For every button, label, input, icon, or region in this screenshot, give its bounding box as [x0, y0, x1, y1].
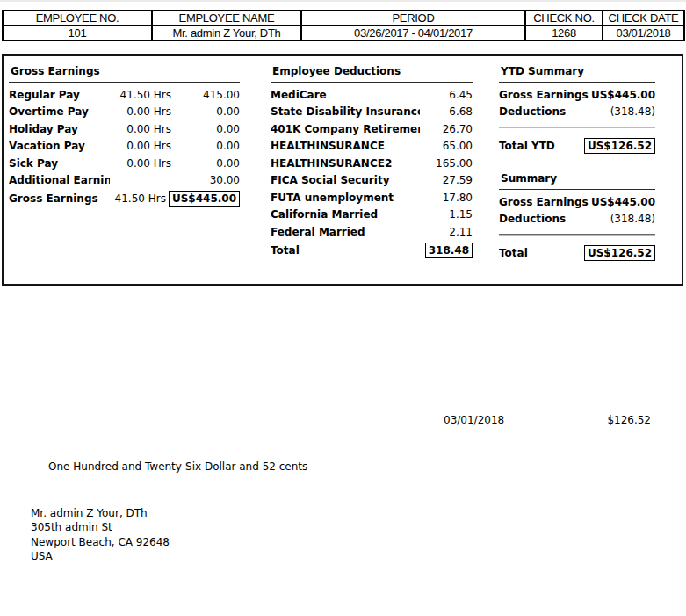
check-amount: $126.52 — [571, 414, 651, 426]
summary-deductions-row: Deductions (318.48) — [499, 210, 655, 227]
deduction-amount: 26.70 — [420, 123, 473, 135]
summary-gross-label: Gross Earnings — [499, 196, 589, 208]
section-spacer — [499, 156, 655, 170]
gross-earnings-total-row: Gross Earnings 41.50 Hrs US$445.00 — [9, 189, 240, 208]
earnings-row: Sick Pay 0.00 Hrs 0.00 — [9, 155, 240, 172]
earnings-hours: 0.00 Hrs — [110, 140, 171, 152]
employee-deductions-title: Employee Deductions — [271, 63, 473, 83]
deduction-row: Federal Married 2.11 — [271, 223, 473, 241]
ytd-gross-label: Gross Earnings — [499, 89, 589, 101]
earnings-amount: 30.00 — [171, 174, 240, 186]
earnings-hours: 0.00 Hrs — [110, 123, 171, 135]
payee-street: 305th admin St — [31, 520, 170, 534]
deduction-label: MediCare — [271, 89, 420, 101]
ytd-deductions-value: (318.48) — [610, 105, 655, 118]
ytd-total-row: Total YTD US$126.52 — [499, 136, 655, 156]
employee-no-header: EMPLOYEE NO. — [3, 11, 152, 25]
deduction-amount: 165.00 — [420, 157, 473, 170]
deduction-label: State Disability Insurance — [271, 105, 420, 118]
earnings-label: Holiday Pay — [9, 123, 110, 135]
ytd-deductions-label: Deductions — [499, 105, 566, 118]
summary-title: Summary — [499, 170, 655, 190]
deduction-row: HEALTHINSURANCE2 165.00 — [271, 155, 473, 172]
deduction-amount: 1.15 — [420, 208, 473, 221]
deduction-row: HEALTHINSURANCE 65.00 — [271, 138, 473, 156]
ytd-separator-line — [499, 127, 655, 128]
earnings-label: Regular Pay — [9, 89, 110, 101]
earnings-label: Additional Earnings — [9, 174, 110, 186]
earnings-amount: 0.00 — [171, 105, 240, 118]
employee-no-value: 101 — [3, 25, 152, 40]
summary-total-row: Total US$126.52 — [499, 243, 655, 263]
deduction-label: California Married — [271, 208, 420, 221]
employee-header-row: EMPLOYEE NO. EMPLOYEE NAME PERIOD CHECK … — [3, 11, 684, 25]
earnings-row: Overtime Pay 0.00 Hrs 0.00 — [9, 104, 240, 121]
payee-name: Mr. admin Z Your, DTh — [31, 506, 170, 520]
period-value: 03/26/2017 - 04/01/2017 — [301, 25, 525, 40]
deduction-row: State Disability Insurance 6.68 — [271, 104, 473, 121]
earnings-row: Holiday Pay 0.00 Hrs 0.00 — [9, 120, 240, 138]
summary-total-label: Total — [499, 247, 528, 259]
summary-total-value: US$126.52 — [584, 245, 655, 261]
ytd-summary-title: YTD Summary — [499, 63, 655, 83]
earnings-hours: 0.00 Hrs — [110, 105, 171, 118]
summary-deductions-value: (318.48) — [610, 213, 655, 225]
deductions-total-row: Total 318.48 — [271, 241, 473, 260]
deductions-total-amount: 318.48 — [425, 243, 473, 258]
gross-earnings-total-amount: US$445.00 — [169, 191, 240, 207]
check-no-value: 1268 — [525, 25, 603, 40]
employee-name-value: Mr. admin Z Your, DTh — [152, 25, 301, 40]
deduction-label: HEALTHINSURANCE — [271, 140, 420, 152]
deduction-amount: 65.00 — [420, 140, 473, 152]
earnings-row: Regular Pay 41.50 Hrs 415.00 — [9, 86, 240, 104]
employee-name-header: EMPLOYEE NAME — [152, 11, 301, 25]
deduction-label: FICA Social Security — [271, 174, 420, 186]
deduction-row: FICA Social Security 27.59 — [271, 172, 473, 190]
earnings-hours: 41.50 Hrs — [110, 89, 171, 101]
gross-earnings-title: Gross Earnings — [9, 63, 240, 83]
period-header: PERIOD — [301, 11, 525, 25]
deduction-amount: 6.45 — [420, 89, 473, 101]
summary-gross-row: Gross Earnings US$445.00 — [499, 193, 655, 210]
earnings-row: Vacation Pay 0.00 Hrs 0.00 — [9, 138, 240, 156]
deduction-label: FUTA unemployment — [271, 192, 420, 204]
earnings-hours: 0.00 Hrs — [110, 157, 171, 170]
deduction-label: 401K Company Retirement — [271, 123, 420, 135]
deduction-row: FUTA unemployment 17.80 — [271, 189, 473, 207]
employee-deductions-section: Employee Deductions MediCare 6.45 State … — [271, 63, 473, 260]
earnings-label: Overtime Pay — [9, 105, 110, 118]
gross-earnings-total-label: Gross Earnings — [9, 192, 105, 205]
ytd-gross-value: US$445.00 — [591, 89, 655, 101]
deduction-label: HEALTHINSURANCE2 — [271, 157, 420, 170]
payee-city-state-zip: Newport Beach, CA 92648 — [31, 535, 170, 549]
check-no-header: CHECK NO. — [525, 11, 603, 25]
ytd-total-value: US$126.52 — [584, 138, 655, 154]
deduction-amount: 27.59 — [420, 174, 473, 186]
deduction-amount: 17.80 — [420, 192, 473, 204]
employee-value-row: 101 Mr. admin Z Your, DTh 03/26/2017 - 0… — [3, 25, 684, 40]
employee-header-table: EMPLOYEE NO. EMPLOYEE NAME PERIOD CHECK … — [2, 10, 685, 41]
earnings-amount: 0.00 — [171, 123, 240, 135]
stub-detail-box: Gross Earnings Regular Pay 41.50 Hrs 415… — [2, 54, 683, 286]
ytd-total-label: Total YTD — [499, 140, 555, 152]
deductions-total-label: Total — [271, 244, 425, 257]
earnings-row: Additional Earnings 30.00 — [9, 172, 240, 190]
earnings-label: Vacation Pay — [9, 140, 110, 152]
gross-earnings-section: Gross Earnings Regular Pay 41.50 Hrs 415… — [9, 63, 240, 208]
summary-separator-line — [499, 234, 655, 236]
top-divider — [0, 0, 686, 2]
deduction-row: 401K Company Retirement 26.70 — [271, 120, 473, 138]
earnings-amount: 415.00 — [171, 89, 240, 101]
ytd-deductions-row: Deductions (318.48) — [499, 103, 655, 120]
payee-country: USA — [31, 549, 170, 563]
check-date-value: 03/01/2018 — [603, 25, 684, 40]
check-date: 03/01/2018 — [444, 414, 504, 426]
paystub-page: EMPLOYEE NO. EMPLOYEE NAME PERIOD CHECK … — [0, 0, 686, 616]
deduction-amount: 6.68 — [420, 105, 473, 118]
check-date-header: CHECK DATE — [603, 11, 684, 25]
earnings-amount: 0.00 — [171, 140, 240, 152]
ytd-summary-section: YTD Summary Gross Earnings US$445.00 Ded… — [499, 63, 655, 263]
earnings-label: Sick Pay — [9, 157, 110, 170]
deduction-row: California Married 1.15 — [271, 207, 473, 224]
gross-earnings-total-hours: 41.50 Hrs — [105, 192, 166, 205]
